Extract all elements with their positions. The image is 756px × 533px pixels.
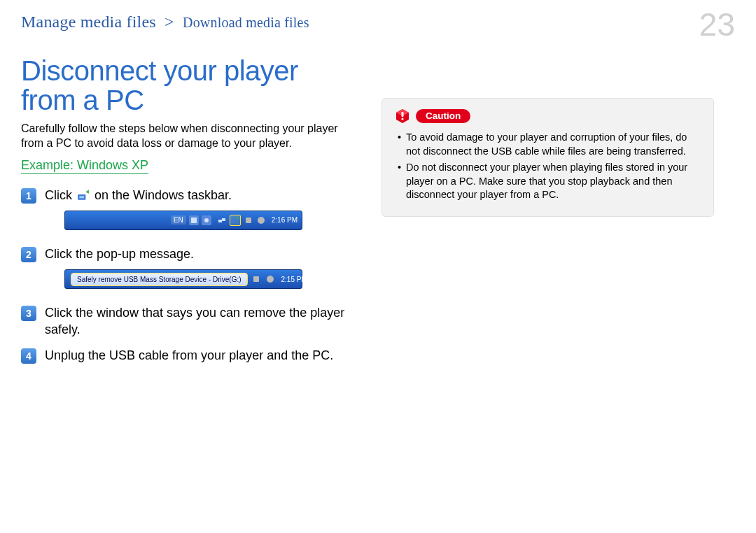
tray-icon-generic [189, 215, 199, 226]
svg-rect-8 [232, 220, 237, 223]
taskbar-lang-indicator: EN [171, 215, 186, 225]
step-2-text: Click the pop-up message. [45, 246, 354, 262]
step-number-badge: 3 [21, 306, 36, 321]
page-title: Disconnect your player from a PC [21, 56, 354, 115]
tray-icon-generic [202, 215, 211, 226]
right-column: Caution To avoid damage to your player a… [382, 56, 714, 372]
step-3: 3 Click the window that says you can rem… [21, 304, 354, 339]
svg-point-10 [258, 217, 265, 224]
step-2: 2 Click the pop-up message. Safely remov… [21, 246, 354, 296]
tray-icon-device [244, 215, 253, 226]
left-column: Disconnect your player from a PC Careful… [21, 56, 354, 372]
step-1-text: Click on the Windows taskbar. [45, 187, 354, 204]
caution-item: Do not disconnect your player when playi… [395, 161, 701, 202]
step-3-text: Click the window that says you can remov… [45, 304, 354, 339]
taskbar-clock-1: 2:16 PM [269, 216, 298, 224]
tray-icon-volume [265, 273, 276, 285]
svg-point-14 [401, 118, 403, 120]
svg-rect-3 [191, 218, 197, 223]
taskbar-clock-2: 2:15 PM [279, 276, 307, 283]
steps-list: 1 Click on the Windows taskbar. EN [21, 187, 354, 364]
step-1: 1 Click on the Windows taskbar. EN [21, 187, 354, 237]
svg-rect-13 [402, 112, 404, 117]
svg-rect-7 [222, 218, 225, 221]
step-4-text: Unplug the USB cable from your player an… [45, 347, 354, 364]
intro-text: Carefully follow the steps below when di… [21, 122, 354, 151]
svg-rect-9 [246, 218, 251, 223]
step-4: 4 Unplug the USB cable from your player … [21, 347, 354, 364]
tray-icon-network [217, 215, 227, 226]
step-1-text-before: Click [45, 188, 76, 202]
header-row: Manage media files > Download media file… [21, 13, 735, 41]
breadcrumb: Manage media files > Download media file… [21, 13, 309, 31]
tray-icon-volume [256, 215, 266, 226]
svg-rect-1 [79, 196, 84, 198]
windows-taskbar-1: EN 2:16 PM [64, 211, 302, 230]
windows-taskbar-2: Safely remove USB Mass Storage Device - … [64, 269, 302, 289]
step-number-badge: 4 [21, 348, 36, 364]
svg-rect-11 [253, 276, 259, 282]
tray-icon-device [251, 273, 262, 285]
caution-cube-icon [395, 108, 410, 124]
svg-point-12 [267, 276, 274, 283]
breadcrumb-sub: Download media files [183, 15, 309, 30]
caution-label: Caution [416, 109, 470, 123]
breadcrumb-separator: > [160, 13, 178, 31]
example-label: Example: Windows XP [21, 158, 148, 174]
step-number-badge: 1 [21, 188, 36, 204]
step-number-badge: 2 [21, 247, 36, 262]
caution-header: Caution [395, 108, 701, 124]
safely-remove-hardware-tray-icon [230, 215, 241, 226]
caution-box: Caution To avoid damage to your player a… [382, 98, 714, 217]
page-number: 23 [699, 8, 735, 41]
safely-remove-hardware-icon [77, 189, 90, 201]
svg-rect-6 [218, 220, 222, 222]
caution-list: To avoid damage to your player and corru… [395, 131, 701, 202]
caution-item: To avoid damage to your player and corru… [395, 131, 701, 158]
svg-point-5 [204, 218, 209, 222]
step-1-text-after: on the Windows taskbar. [91, 188, 232, 202]
breadcrumb-main: Manage media files [21, 13, 156, 31]
safely-remove-popup: Safely remove USB Mass Storage Device - … [71, 273, 248, 286]
